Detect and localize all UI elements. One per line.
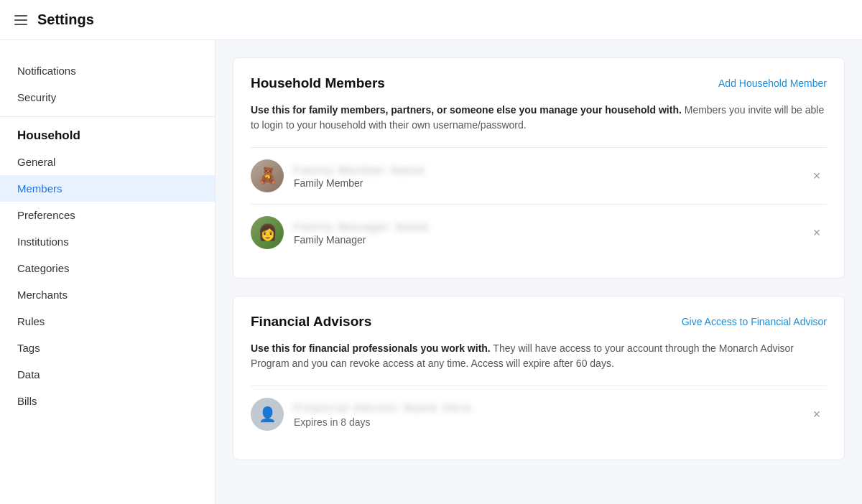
financial-advisors-title: Financial Advisors (251, 314, 371, 330)
member-info: Family Manager Name Family Manager (294, 220, 827, 246)
main-content: Household Members Add Household Member U… (216, 40, 862, 504)
sidebar-item-notifications[interactable]: Notifications (0, 57, 215, 84)
app-header: Settings (0, 0, 862, 40)
page-title: Settings (37, 11, 94, 28)
sidebar-item-data[interactable]: Data (0, 361, 215, 388)
sidebar-item-rules[interactable]: Rules (0, 308, 215, 335)
household-members-description-bold: Use this for family members, partners, o… (251, 104, 682, 116)
avatar: 👤 (251, 398, 284, 431)
sidebar-item-institutions[interactable]: Institutions (0, 228, 215, 255)
financial-advisors-description: Use this for financial professionals you… (251, 341, 827, 371)
sidebar-household-group: Household General Members Preferences In… (0, 117, 215, 414)
financial-advisors-card: Financial Advisors Give Access to Financ… (233, 296, 845, 460)
sidebar-item-categories[interactable]: Categories (0, 255, 215, 281)
household-member-list: 🧸 Family Member Name Family Member × 👩 F… (251, 147, 827, 261)
sidebar-item-members[interactable]: Members (0, 175, 215, 202)
household-members-card: Household Members Add Household Member U… (233, 57, 845, 279)
member-role: Family Manager (294, 234, 827, 246)
sidebar-item-security[interactable]: Security (0, 84, 215, 111)
member-name-blurred: Family Member Name (294, 164, 827, 176)
household-members-description: Use this for family members, partners, o… (251, 103, 827, 133)
sidebar-item-tags[interactable]: Tags (0, 335, 215, 361)
financial-advisors-description-bold: Use this for financial professionals you… (251, 342, 491, 354)
add-household-member-button[interactable]: Add Household Member (718, 78, 827, 89)
remove-advisor-button[interactable]: × (807, 404, 827, 424)
table-row: 👤 Financial Advisor Name Here Expires in… (251, 386, 827, 442)
household-members-header: Household Members Add Household Member (251, 75, 827, 91)
advisor-name-blurred: Financial Advisor Name Here (294, 401, 827, 414)
give-access-button[interactable]: Give Access to Financial Advisor (682, 316, 827, 327)
member-info: Family Member Name Family Member (294, 164, 827, 189)
household-members-title: Household Members (251, 75, 385, 91)
sidebar-top-group: Notifications Security (0, 52, 215, 117)
table-row: 👩 Family Manager Name Family Manager × (251, 205, 827, 261)
sidebar: Notifications Security Household General… (0, 40, 216, 504)
menu-icon[interactable] (14, 15, 27, 25)
advisor-expires: Expires in 8 days (294, 416, 827, 428)
table-row: 🧸 Family Member Name Family Member × (251, 148, 827, 205)
financial-advisors-header: Financial Advisors Give Access to Financ… (251, 314, 827, 330)
member-role: Family Member (294, 177, 827, 189)
advisor-info: Financial Advisor Name Here Expires in 8… (294, 401, 827, 428)
advisor-list: 👤 Financial Advisor Name Here Expires in… (251, 386, 827, 442)
sidebar-household-header: Household (0, 117, 215, 149)
sidebar-item-bills[interactable]: Bills (0, 388, 215, 414)
layout: Notifications Security Household General… (0, 40, 862, 504)
member-name-blurred: Family Manager Name (294, 220, 827, 233)
sidebar-item-merchants[interactable]: Merchants (0, 281, 215, 308)
remove-member-button[interactable]: × (807, 166, 827, 186)
sidebar-item-preferences[interactable]: Preferences (0, 202, 215, 228)
avatar: 👩 (251, 216, 284, 249)
remove-member-button[interactable]: × (807, 223, 827, 243)
avatar: 🧸 (251, 159, 284, 192)
sidebar-item-general[interactable]: General (0, 149, 215, 175)
